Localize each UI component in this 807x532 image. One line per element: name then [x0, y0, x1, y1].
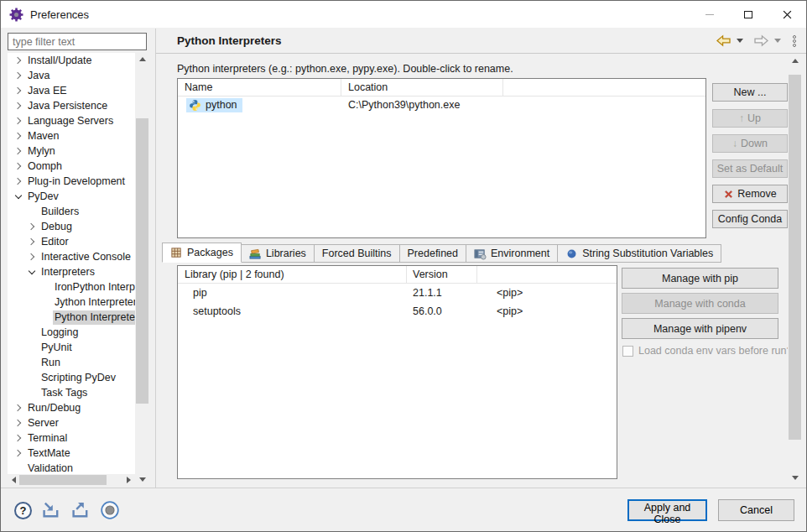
chevron-right-icon[interactable]	[13, 100, 24, 112]
set-as-default-button[interactable]: Set as Default	[712, 159, 788, 178]
sidebar-item-pydev[interactable]: PyDev	[8, 189, 135, 204]
column-header-version[interactable]: Version	[407, 266, 477, 283]
back-history-dropdown[interactable]	[737, 39, 743, 43]
column-header-name[interactable]: Name	[178, 79, 341, 96]
chevron-right-icon[interactable]	[13, 145, 24, 157]
sidebar-item-validation[interactable]: Validation	[8, 461, 135, 475]
forward-icon[interactable]	[753, 34, 769, 47]
sidebar-item-oomph[interactable]: Oomph	[8, 159, 135, 174]
forward-history-dropdown[interactable]	[774, 39, 781, 43]
view-menu-icon[interactable]	[793, 35, 796, 47]
sidebar-item-jython-interpreter[interactable]: Jython Interpreter	[8, 295, 135, 310]
tab-predefined[interactable]: Predefined	[399, 244, 466, 263]
chevron-right-icon[interactable]	[13, 402, 24, 414]
sidebar-item-textmate[interactable]: TextMate	[8, 446, 135, 461]
down-button[interactable]: ↓Down	[712, 134, 788, 153]
main-scrollbar-thumb[interactable]	[789, 75, 801, 440]
chevron-right-icon[interactable]	[13, 130, 24, 142]
sidebar-item-python-interpreter[interactable]: Python Interpreter	[8, 310, 135, 325]
interpreter-row[interactable]: python C:\Python39\python.exe	[178, 96, 705, 113]
cancel-button[interactable]: Cancel	[718, 499, 794, 521]
remove-button[interactable]: Remove	[712, 185, 788, 203]
tab-packages[interactable]: Packages	[162, 243, 242, 263]
chevron-right-icon[interactable]	[13, 160, 24, 172]
import-icon[interactable]	[41, 500, 61, 520]
chevron-right-icon[interactable]	[26, 221, 38, 232]
sidebar-item-editor[interactable]: Editor	[8, 234, 135, 249]
tab-string-substitution-variables[interactable]: String Substitution Variables	[557, 244, 721, 263]
column-header-library[interactable]: Library (pip | 2 found)	[178, 266, 407, 283]
load-conda-env-checkbox-row[interactable]: Load conda env vars before run?	[622, 345, 792, 357]
record-preferences-icon[interactable]	[100, 500, 120, 520]
chevron-down-icon[interactable]	[26, 266, 38, 278]
package-row[interactable]: pip 21.1.1 <pip>	[178, 284, 617, 302]
interpreters-table[interactable]: Name Location python C:\Pyth	[177, 78, 706, 238]
sidebar-item-mylyn[interactable]: Mylyn	[8, 143, 135, 159]
column-header-location[interactable]: Location	[341, 79, 503, 96]
chevron-right-icon[interactable]	[13, 115, 24, 127]
sidebar-item-terminal[interactable]: Terminal	[8, 430, 135, 446]
sidebar-item-builders[interactable]: Builders	[8, 204, 135, 219]
chevron-right-icon[interactable]	[26, 236, 38, 248]
maximize-button[interactable]	[729, 1, 768, 28]
tab-environment[interactable]: Environment	[466, 244, 558, 263]
sidebar-item-run[interactable]: Run	[8, 355, 135, 370]
sidebar-item-java-ee[interactable]: Java EE	[8, 83, 135, 98]
apply-and-close-button[interactable]: Apply and Close	[627, 499, 707, 521]
config-conda-button[interactable]: Config Conda	[712, 210, 788, 228]
sidebar-item-interactive-console[interactable]: Interactive Console	[8, 249, 135, 264]
new-button[interactable]: New ...	[712, 83, 788, 102]
chevron-right-icon[interactable]	[13, 175, 24, 187]
tab-libraries[interactable]: Libraries	[241, 244, 315, 263]
sidebar-item-plugin-development[interactable]: Plug-in Development	[8, 174, 135, 189]
sidebar-item-run-debug[interactable]: Run/Debug	[8, 400, 135, 415]
main-vertical-scrollbar[interactable]	[788, 55, 802, 484]
scroll-right-arrow[interactable]	[122, 474, 135, 486]
sidebar-item-ironpython-interpreter[interactable]: IronPython Interpr	[8, 279, 135, 295]
sidebar-item-debug[interactable]: Debug	[8, 219, 135, 234]
packages-table[interactable]: Library (pip | 2 found) Version pip 21.1…	[177, 265, 617, 479]
sidebar-item-logging[interactable]: Logging	[8, 325, 135, 340]
tab-forced-builtins[interactable]: Forced Builtins	[314, 244, 400, 263]
scroll-left-arrow[interactable]	[8, 474, 20, 486]
chevron-right-icon[interactable]	[26, 251, 38, 263]
sidebar-item-task-tags[interactable]: Task Tags	[8, 385, 135, 400]
chevron-right-icon[interactable]	[13, 70, 24, 81]
back-icon[interactable]	[716, 34, 732, 47]
tree-scrollbar-thumb[interactable]	[136, 118, 148, 404]
minimize-button[interactable]	[690, 1, 729, 28]
manage-with-pip-button[interactable]: Manage with pip	[622, 268, 778, 289]
tree-vertical-scrollbar[interactable]	[135, 53, 149, 486]
chevron-right-icon[interactable]	[13, 417, 24, 429]
sidebar-item-language-servers[interactable]: Language Servers	[8, 113, 135, 128]
tree-horizontal-scrollbar[interactable]	[8, 474, 135, 486]
up-button[interactable]: ↑Up	[712, 109, 788, 128]
checkbox-icon[interactable]	[622, 346, 633, 357]
tree-hscrollbar-thumb[interactable]	[19, 475, 107, 485]
manage-with-conda-button[interactable]: Manage with conda	[622, 293, 778, 314]
sidebar-item-server[interactable]: Server	[8, 415, 135, 430]
scroll-down-arrow[interactable]	[788, 472, 802, 484]
sidebar-item-scripting-pydev[interactable]: Scripting PyDev	[8, 370, 135, 385]
chevron-right-icon[interactable]	[13, 447, 24, 459]
scroll-up-arrow[interactable]	[788, 55, 802, 67]
sidebar-item-interpreters[interactable]: Interpreters	[8, 264, 135, 279]
sidebar-item-install-update[interactable]: Install/Update	[8, 53, 135, 68]
sidebar-item-maven[interactable]: Maven	[8, 128, 135, 143]
filter-input[interactable]	[8, 33, 147, 50]
chevron-right-icon[interactable]	[13, 55, 24, 66]
sidebar-item-java-persistence[interactable]: Java Persistence	[8, 98, 135, 113]
sidebar-item-pyunit[interactable]: PyUnit	[8, 340, 135, 355]
title-bar[interactable]: Preferences	[1, 1, 806, 28]
sidebar-item-java[interactable]: Java	[8, 68, 135, 83]
help-icon[interactable]: ?	[14, 502, 32, 519]
export-icon[interactable]	[70, 500, 91, 520]
selected-interpreter[interactable]: python	[186, 98, 242, 112]
chevron-right-icon[interactable]	[13, 85, 24, 96]
close-button[interactable]	[768, 1, 806, 28]
scroll-up-arrow[interactable]	[135, 53, 149, 65]
package-row[interactable]: setuptools 56.0.0 <pip>	[178, 302, 617, 321]
manage-with-pipenv-button[interactable]: Manage with pipenv	[622, 318, 778, 339]
scroll-down-arrow[interactable]	[135, 473, 149, 486]
chevron-right-icon[interactable]	[13, 432, 24, 444]
